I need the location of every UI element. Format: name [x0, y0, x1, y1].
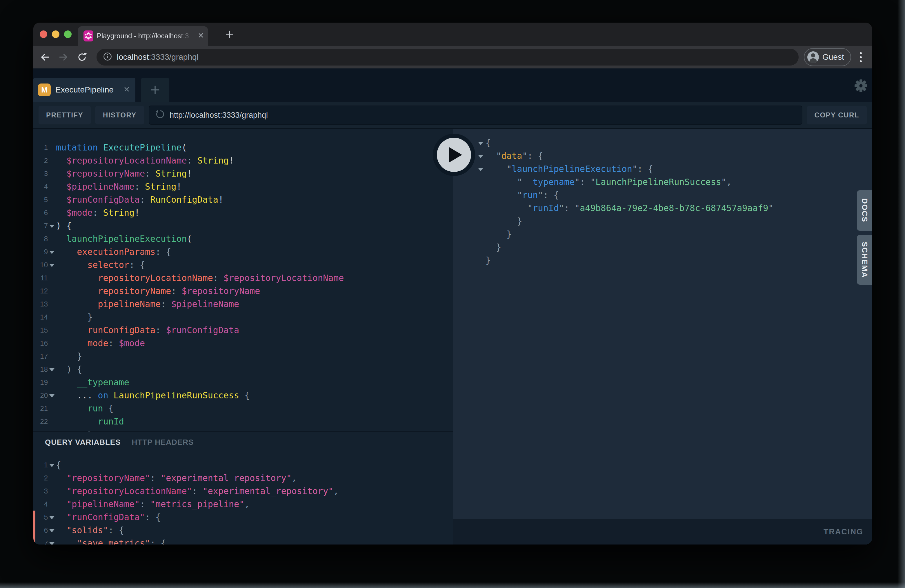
code-line[interactable]: 5 "runConfigData": {: [33, 510, 453, 524]
code-text: executionParams: {: [56, 245, 171, 258]
playground-new-tab-button[interactable]: [141, 78, 169, 102]
code-line[interactable]: 7) {: [33, 219, 453, 232]
schema-tab[interactable]: SCHEMA: [857, 235, 872, 285]
variables-pane: QUERY VARIABLES HTTP HEADERS 1{2 "reposi…: [33, 431, 453, 545]
history-button[interactable]: HISTORY: [95, 106, 144, 124]
code-line[interactable]: 23 }: [33, 428, 453, 431]
endpoint-input[interactable]: http://localhost:3333/graphql: [149, 105, 802, 125]
code-text: "runConfigData": {: [56, 510, 160, 524]
code-line[interactable]: "runId": "a49b864a-79e2-4be8-b78c-687457…: [453, 202, 872, 215]
prettify-button[interactable]: PRETTIFY: [38, 106, 91, 124]
fold-arrow-icon[interactable]: [48, 258, 56, 272]
tracing-label[interactable]: TRACING: [824, 528, 863, 536]
fold-arrow-icon[interactable]: [476, 149, 486, 162]
browser-tab-strip: Playground - http://localhost:3: [33, 22, 872, 46]
code-line[interactable]: 8 launchPipelineExecution(: [33, 232, 453, 245]
code-line[interactable]: 14 }: [33, 310, 453, 324]
code-line[interactable]: "data": {: [453, 149, 872, 162]
url-bar[interactable]: localhost:3333/graphql: [97, 49, 799, 65]
settings-gear-icon[interactable]: [854, 79, 868, 93]
code-line[interactable]: 1mutation ExecutePipeline(: [33, 141, 453, 154]
code-line[interactable]: }: [453, 241, 872, 254]
back-icon[interactable]: [40, 52, 50, 62]
browser-tab[interactable]: Playground - http://localhost:3: [78, 26, 208, 46]
playground-tab-close-icon[interactable]: [122, 85, 131, 95]
fold-arrow-icon[interactable]: [48, 363, 56, 376]
query-editor[interactable]: 1mutation ExecutePipeline(2 $repositoryL…: [33, 129, 453, 431]
fold-arrow-icon[interactable]: [48, 219, 56, 232]
code-line[interactable]: 6 $mode: String!: [33, 206, 453, 219]
line-number: 3: [33, 485, 48, 497]
tab-close-icon[interactable]: [197, 32, 205, 40]
code-line[interactable]: {: [453, 136, 872, 149]
forward-icon[interactable]: [58, 52, 69, 62]
code-line[interactable]: }: [453, 215, 872, 227]
line-number: 11: [33, 272, 48, 284]
code-line[interactable]: "launchPipelineExecution": {: [453, 162, 872, 175]
fold-gutter: [48, 497, 56, 510]
fold-gutter: [48, 206, 56, 219]
code-line[interactable]: 1{: [33, 458, 453, 472]
code-line[interactable]: 15 runConfigData: $runConfigData: [33, 324, 453, 337]
code-text: $pipelineName: String!: [56, 180, 182, 193]
code-line[interactable]: 17 }: [33, 350, 453, 363]
fold-arrow-icon[interactable]: [476, 162, 486, 175]
code-line[interactable]: 5 $runConfigData: RunConfigData!: [33, 193, 453, 206]
docs-tab[interactable]: DOCS: [857, 190, 872, 231]
code-text: }: [56, 350, 82, 363]
fold-arrow-icon[interactable]: [48, 389, 56, 402]
copy-curl-button[interactable]: COPY CURL: [807, 106, 867, 124]
code-text: "run": {: [486, 189, 559, 202]
new-tab-button[interactable]: [222, 27, 237, 41]
code-line[interactable]: "__typename": "LaunchPipelineRunSuccess"…: [453, 175, 872, 189]
code-line[interactable]: 16 mode: $mode: [33, 337, 453, 350]
traffic-light-zoom[interactable]: [64, 30, 71, 38]
code-line[interactable]: }: [453, 254, 872, 267]
response-viewer[interactable]: { "data": { "launchPipelineExecution": {…: [453, 129, 872, 267]
fold-arrow-icon[interactable]: [48, 245, 56, 258]
code-line[interactable]: 4 $pipelineName: String!: [33, 180, 453, 193]
fold-arrow-icon[interactable]: [48, 524, 56, 537]
code-text: launchPipelineExecution(: [56, 232, 192, 245]
fold-arrow-icon[interactable]: [48, 510, 56, 524]
tab-query-variables[interactable]: QUERY VARIABLES: [45, 438, 121, 447]
code-line[interactable]: 10 selector: {: [33, 258, 453, 272]
code-line[interactable]: 2 $repositoryLocationName: String!: [33, 154, 453, 167]
profile-button[interactable]: Guest: [804, 48, 851, 66]
traffic-light-close[interactable]: [40, 30, 47, 38]
execute-button[interactable]: [433, 133, 475, 176]
fold-arrow-icon[interactable]: [476, 136, 486, 149]
code-line[interactable]: 19 __typename: [33, 376, 453, 389]
playground-tab-executepipeline[interactable]: M ExecutePipeline: [33, 78, 135, 102]
code-line[interactable]: 22 runId: [33, 415, 453, 428]
reload-icon[interactable]: [77, 52, 87, 62]
fold-gutter: [48, 154, 56, 167]
code-text: }: [486, 254, 491, 267]
info-icon[interactable]: [103, 52, 112, 62]
code-line[interactable]: 12 repositoryName: $repositoryName: [33, 284, 453, 297]
code-line[interactable]: 20 ... on LaunchPipelineRunSuccess {: [33, 389, 453, 402]
code-line[interactable]: 18 ) {: [33, 363, 453, 376]
code-line[interactable]: 4 "pipelineName": "metrics_pipeline",: [33, 497, 453, 510]
code-line[interactable]: 7 "save_metrics": {: [33, 537, 453, 545]
code-line[interactable]: 13 pipelineName: $pipelineName: [33, 297, 453, 310]
fold-arrow-icon[interactable]: [48, 537, 56, 545]
variables-editor[interactable]: 1{2 "repositoryName": "experimental_repo…: [33, 458, 453, 545]
fold-gutter: [48, 415, 56, 428]
code-text: $repositoryName: String!: [56, 167, 192, 180]
code-line[interactable]: 21 run {: [33, 402, 453, 415]
fold-arrow-icon[interactable]: [48, 458, 56, 472]
tab-http-headers[interactable]: HTTP HEADERS: [132, 438, 194, 447]
code-line[interactable]: 2 "repositoryName": "experimental_reposi…: [33, 472, 453, 485]
code-line[interactable]: "run": {: [453, 189, 872, 202]
browser-menu-icon[interactable]: [860, 51, 862, 63]
code-line[interactable]: 3 $repositoryName: String!: [33, 167, 453, 180]
browser-tab-title: Playground - http://localhost:3: [97, 32, 194, 40]
code-line[interactable]: 3 "repositoryLocationName": "experimenta…: [33, 485, 453, 497]
traffic-light-minimize[interactable]: [52, 30, 59, 38]
playground-tab-title: ExecutePipeline: [56, 85, 118, 95]
code-line[interactable]: 9 executionParams: {: [33, 245, 453, 258]
code-line[interactable]: }: [453, 227, 872, 241]
code-line[interactable]: 6 "solids": {: [33, 524, 453, 537]
code-line[interactable]: 11 repositoryLocationName: $repositoryLo…: [33, 272, 453, 284]
